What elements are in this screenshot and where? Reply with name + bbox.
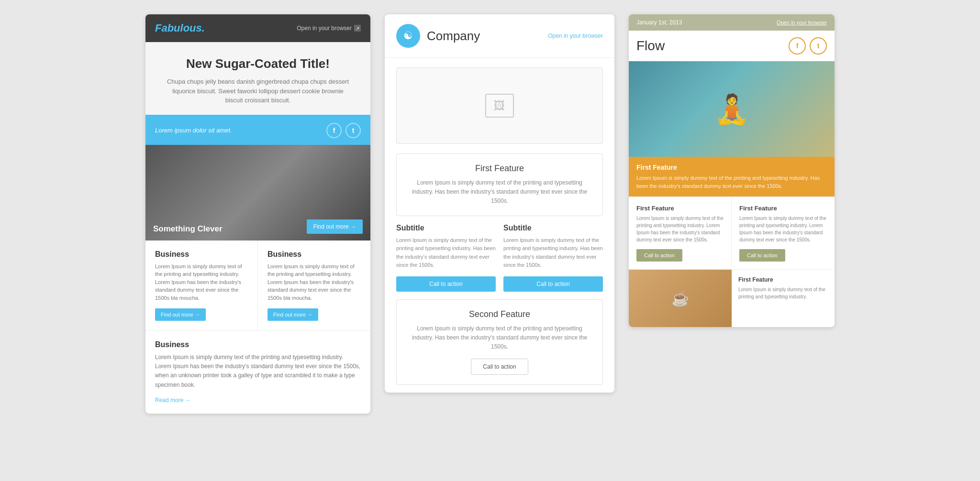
card3-two-col: First Feature Lorem Ipsum is simply dumm…: [629, 197, 835, 269]
card3-col2-text: Lorem Ipsum is simply dummy text of the …: [739, 215, 827, 243]
card3-social-icons: f t: [789, 37, 827, 55]
card1-header: Fabulous. Open in your browser ↗: [145, 14, 370, 42]
card1-single-title: Business: [155, 340, 361, 349]
card2-subtitle1-text: Lorem Ipsum is simply dummy text of the …: [396, 236, 496, 270]
company-logo-icon: ☯: [403, 30, 413, 42]
card3-brand-row: Flow f t: [629, 31, 835, 61]
card2-feature1-text: Lorem Ipsum is simply dummy text of the …: [406, 178, 593, 206]
facebook-icon[interactable]: f: [789, 37, 806, 55]
card1-social-text: Lorem ipsum dolor sit amet.: [155, 127, 232, 134]
card1-col-2: Business Lorem Ipsum is simply dummy tex…: [258, 240, 370, 331]
email-template-card-3: January 1st, 2013 Open in your browser F…: [629, 14, 835, 327]
card2-sub-col1: Subtitle Lorem Ipsum is simply dummy tex…: [396, 224, 496, 292]
card3-header: January 1st, 2013 Open in your browser: [629, 14, 835, 31]
external-link-icon: ↗: [354, 25, 361, 32]
card2-cta3-button[interactable]: Call to action: [471, 359, 528, 375]
card3-date: January 1st, 2013: [636, 19, 682, 26]
card3-bottom-col-title: First Feature: [738, 276, 828, 283]
card1-find-out-more-button[interactable]: Find out more →: [307, 219, 363, 234]
card2-header: ☯ Company Open in your browser: [385, 14, 614, 58]
email-template-card-1: Fabulous. Open in your browser ↗ New Sug…: [145, 14, 370, 414]
card1-col1-text: Lorem Ipsum is simply dummy text of the …: [155, 262, 248, 302]
card2-image-placeholder: 🖼: [485, 94, 514, 118]
open-browser-label: Open in your browser: [297, 25, 352, 32]
twitter-icon[interactable]: t: [810, 37, 827, 55]
card1-image-section: Something Clever Find out more →: [145, 145, 370, 240]
card3-col2: First Feature Lorem Ipsum is simply dumm…: [732, 197, 835, 269]
card1-single-section: Business Lorem Ipsum is simply dummy tex…: [145, 331, 370, 414]
card1-hero-section: New Sugar-Coated Title! Chupa chups jell…: [145, 42, 370, 116]
card2-cta2-button[interactable]: Call to action: [503, 276, 603, 292]
card2-subtitle1: Subtitle: [396, 224, 496, 232]
card2-subtitle2: Subtitle: [503, 224, 603, 232]
card2-image-block: 🖼: [396, 67, 603, 144]
card3-col2-title: First Feature: [739, 205, 827, 212]
card1-single-text: Lorem Ipsum is simply dummy text of the …: [155, 353, 361, 390]
card3-col1: First Feature Lorem Ipsum is simply dumm…: [629, 197, 732, 269]
card1-image-placeholder: Something Clever Find out more →: [145, 145, 370, 240]
card2-sub-col2: Subtitle Lorem Ipsum is simply dummy tex…: [503, 224, 603, 292]
card1-two-col-section: Business Lorem Ipsum is simply dummy tex…: [145, 240, 370, 331]
card1-open-browser-link[interactable]: Open in your browser ↗: [297, 25, 361, 32]
card3-bottom-col-text: Lorem Ipsum is simply dummy text of the …: [738, 286, 828, 300]
card2-feature1-title: First Feature: [406, 164, 593, 174]
card1-image-caption: Something Clever: [153, 224, 223, 234]
card1-col2-title: Business: [267, 250, 361, 259]
card1-social-bar: Lorem ipsum dolor sit amet. f t: [145, 116, 370, 145]
card2-two-col: Subtitle Lorem Ipsum is simply dummy tex…: [396, 224, 603, 292]
logo-text: Fabulous.: [155, 22, 205, 34]
company-name: Company: [427, 29, 480, 44]
card2-feature2-box: Second Feature Lorem Ipsum is simply dum…: [396, 299, 603, 385]
card2-feature2-title: Second Feature: [406, 309, 593, 319]
card1-col-1: Business Lorem Ipsum is simply dummy tex…: [145, 240, 258, 331]
twitter-icon[interactable]: t: [345, 123, 361, 138]
card1-col1-button[interactable]: Find out more →: [155, 308, 206, 321]
card3-bottom-section: ☕ First Feature Lorem Ipsum is simply du…: [629, 269, 835, 327]
card2-cta1-button[interactable]: Call to action: [396, 276, 496, 292]
card1-col1-title: Business: [155, 250, 248, 259]
card2-subtitle2-text: Lorem Ipsum is simply dummy text of the …: [503, 236, 603, 270]
card3-bottom-image: ☕: [629, 270, 732, 327]
card1-social-icons: f t: [326, 123, 361, 138]
card3-orange-bar: First Feature Lorem Ipsum is simply dumm…: [629, 157, 835, 197]
email-template-card-2: ☯ Company Open in your browser 🖼 First F…: [385, 14, 614, 393]
card2-feature2-text: Lorem Ipsum is simply dummy text of the …: [406, 324, 593, 352]
card1-hero-text: Chupa chups jelly beans danish gingerbre…: [165, 77, 351, 105]
card1-col2-text: Lorem Ipsum is simply dummy text of the …: [267, 262, 361, 302]
card1-read-more-link[interactable]: Read more →: [155, 397, 191, 404]
card2-feature1-box: First Feature Lorem Ipsum is simply dumm…: [396, 153, 603, 216]
card3-hero-image: 🧘: [629, 61, 835, 157]
card3-bottom-col: First Feature Lorem Ipsum is simply dumm…: [732, 270, 835, 327]
card1-hero-title: New Sugar-Coated Title!: [165, 56, 351, 71]
card2-logo-circle: ☯: [396, 24, 420, 48]
facebook-icon[interactable]: f: [326, 123, 342, 138]
card2-open-browser-link[interactable]: Open in your browser: [548, 33, 603, 39]
card1-col2-button[interactable]: Find out more →: [267, 308, 318, 321]
card3-col1-cta-button[interactable]: Call to action: [636, 249, 682, 262]
card2-brand: ☯ Company: [396, 24, 480, 48]
card3-feature1-text: Lorem Ipsum is simply dummy text of the …: [636, 174, 827, 190]
card3-col2-cta-button[interactable]: Call to action: [739, 249, 785, 262]
image-placeholder-icon: 🖼: [494, 99, 505, 112]
card3-col1-title: First Feature: [636, 205, 724, 212]
card1-logo: Fabulous.: [155, 22, 205, 34]
card3-brand-title: Flow: [636, 38, 665, 54]
card3-open-browser-link[interactable]: Open in your browser: [777, 20, 827, 25]
card3-feature1-title: First Feature: [636, 164, 827, 171]
card3-col1-text: Lorem Ipsum is simply dummy text of the …: [636, 215, 724, 243]
yoga-figure-icon: 🧘: [714, 92, 750, 126]
